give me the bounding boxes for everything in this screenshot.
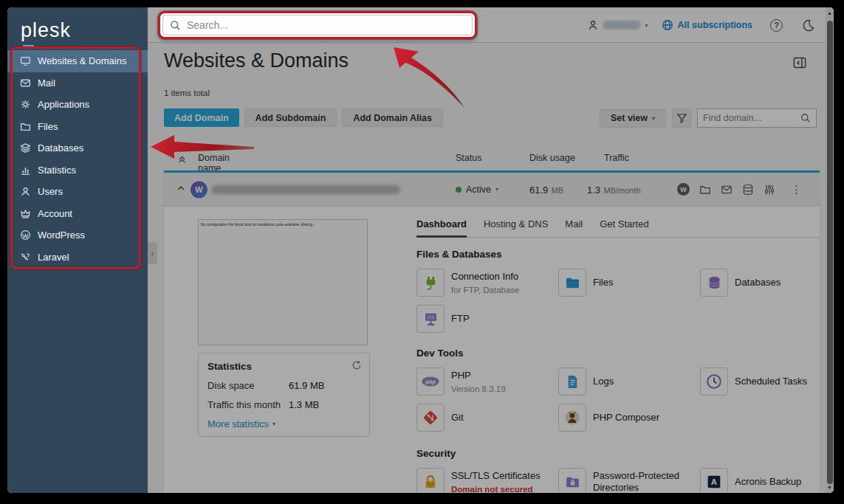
section-files-databases: Files & Databases (416, 249, 820, 260)
svg-text:php: php (425, 379, 436, 385)
scroll-thumb[interactable] (827, 21, 833, 484)
tab-get-started[interactable]: Get Started (600, 218, 648, 237)
folder-icon (20, 121, 31, 132)
tab-dashboard[interactable]: Dashboard (416, 218, 467, 238)
sidebar-item-files[interactable]: Files (7, 116, 148, 138)
section-security: Security (416, 448, 820, 459)
sidebar-collapse-handle[interactable]: ‹ (148, 242, 157, 264)
tile-databases[interactable]: Databases (700, 269, 820, 297)
dark-mode-moon-icon[interactable] (802, 19, 814, 32)
filter-button[interactable] (672, 108, 691, 128)
kebab-menu-icon[interactable]: ⋮ (791, 183, 802, 196)
tile-scheduled-tasks[interactable]: Scheduled Tasks (700, 367, 820, 396)
all-subscriptions-link[interactable]: All subscriptions (678, 20, 752, 30)
section-dev-tools: Dev Tools (416, 348, 820, 359)
document-icon (558, 367, 586, 396)
statistics-title: Statistics (207, 361, 360, 372)
files-action-icon[interactable] (699, 184, 711, 196)
tile-git[interactable]: Git (416, 404, 558, 432)
mail-action-icon[interactable] (721, 184, 733, 196)
blue-folder-icon (558, 269, 586, 297)
tab-hosting-dns[interactable]: Hosting & DNS (484, 218, 548, 237)
find-domain-input[interactable] (697, 108, 817, 128)
sidebar-item-account[interactable]: Account (7, 203, 148, 225)
column-traffic[interactable]: Traffic (604, 153, 629, 163)
collapse-all-icon[interactable] (177, 154, 187, 166)
find-domain-field[interactable] (703, 113, 800, 123)
set-view-button[interactable]: Set view ▾ (600, 109, 666, 128)
settings-sliders-icon[interactable] (764, 184, 775, 196)
status-badge[interactable]: Active ▾ (456, 184, 498, 195)
scroll-down-arrow[interactable]: ▼ (826, 485, 834, 490)
sort-desc-icon[interactable]: ↓ (198, 153, 202, 163)
column-status[interactable]: Status (456, 153, 481, 163)
vertical-scrollbar[interactable]: ▲ ▼ (826, 7, 834, 493)
globe-icon (662, 19, 673, 31)
add-domain-button[interactable]: Add Domain (164, 108, 239, 127)
chevron-down-icon[interactable]: ▾ (645, 22, 648, 29)
tile-ssl-certificates[interactable]: SSL/TLS CertificatesDomain not secured (416, 468, 558, 493)
crown-icon (20, 208, 31, 219)
global-search-input[interactable] (162, 15, 473, 35)
stat-label: Traffic this month (207, 399, 289, 410)
annotation-highlight-search (158, 11, 477, 39)
search-input[interactable] (187, 19, 453, 31)
sidebar-item-applications[interactable]: Applications (7, 94, 148, 116)
column-disk-usage[interactable]: Disk usage (529, 153, 575, 163)
status-dot (456, 187, 462, 193)
scroll-up-arrow[interactable]: ▲ (826, 10, 834, 15)
sidebar-item-label: Websites & Domains (38, 55, 126, 66)
domain-row[interactable]: W Active ▾ 61.9 MB 1.3 MB/month W ⋮ (164, 173, 820, 207)
stat-value: 61.9 MB (289, 380, 324, 391)
tile-ftp[interactable]: FTP (416, 305, 558, 333)
status-label: Active (466, 184, 491, 195)
database-action-icon[interactable] (742, 184, 754, 196)
monitor-icon (20, 55, 31, 66)
collapse-row-icon[interactable] (176, 183, 186, 196)
layers-icon (20, 142, 31, 153)
help-icon[interactable]: ? (770, 19, 783, 32)
tile-logs[interactable]: Logs (558, 367, 700, 396)
bar-chart-icon (20, 165, 31, 176)
folder-lock-icon (558, 468, 586, 493)
sidebar-item-label: Statistics (38, 165, 76, 176)
sidebar-item-laravel[interactable]: Laravel (7, 246, 148, 269)
tab-mail[interactable]: Mail (565, 218, 583, 237)
add-subdomain-button[interactable]: Add Subdomain (244, 108, 337, 127)
domain-expanded-panel: No configuration file found and no insta… (164, 207, 820, 493)
sidebar-item-websites-domains[interactable]: Websites & Domains (7, 50, 148, 72)
tile-connection-info[interactable]: Connection Infofor FTP, Database (416, 269, 558, 297)
page-title: Websites & Domains (164, 49, 349, 72)
collapse-panel-icon[interactable] (793, 56, 806, 69)
sidebar: plesk Websites & Domains Mail Applicatio… (7, 7, 148, 493)
clock-icon (700, 367, 728, 396)
plesk-window: plesk Websites & Domains Mail Applicatio… (7, 7, 834, 493)
username-redacted[interactable] (603, 21, 641, 30)
sidebar-item-users[interactable]: Users (7, 181, 148, 203)
user-icon (587, 19, 599, 31)
site-favicon: W (191, 181, 207, 198)
more-statistics-link[interactable]: More statistics ▾ (207, 418, 360, 429)
tile-acronis-backup[interactable]: A Acronis Backup (700, 468, 820, 493)
site-preview-thumbnail[interactable]: No configuration file found and no insta… (198, 219, 368, 345)
toolbar: Add Domain Add Subdomain Add Domain Alia… (164, 108, 826, 128)
user-icon (20, 186, 31, 197)
refresh-icon[interactable] (351, 360, 362, 373)
acronis-icon: A (700, 468, 728, 493)
tile-php[interactable]: php PHPVersion 8.3.19 (416, 367, 558, 396)
sidebar-item-label: Account (38, 208, 72, 219)
tile-php-composer[interactable]: PHP Composer (558, 404, 700, 432)
add-domain-alias-button[interactable]: Add Domain Alias (342, 108, 443, 127)
sidebar-item-wordpress[interactable]: WordPress (7, 224, 148, 246)
ssl-alert: Domain not secured (451, 485, 533, 493)
sidebar-item-mail[interactable]: Mail (7, 72, 148, 94)
stat-row-traffic: Traffic this month 1.3 MB (207, 399, 360, 410)
tile-files[interactable]: Files (558, 269, 700, 297)
gear-icon (20, 99, 31, 110)
tile-password-protected-directories[interactable]: Password-Protected Directories (558, 468, 700, 493)
sidebar-item-databases[interactable]: Databases (7, 137, 148, 159)
set-view-label: Set view (611, 113, 648, 123)
wordpress-action-icon[interactable]: W (677, 183, 690, 196)
domain-name-redacted[interactable] (211, 185, 400, 194)
sidebar-item-statistics[interactable]: Statistics (7, 159, 148, 182)
